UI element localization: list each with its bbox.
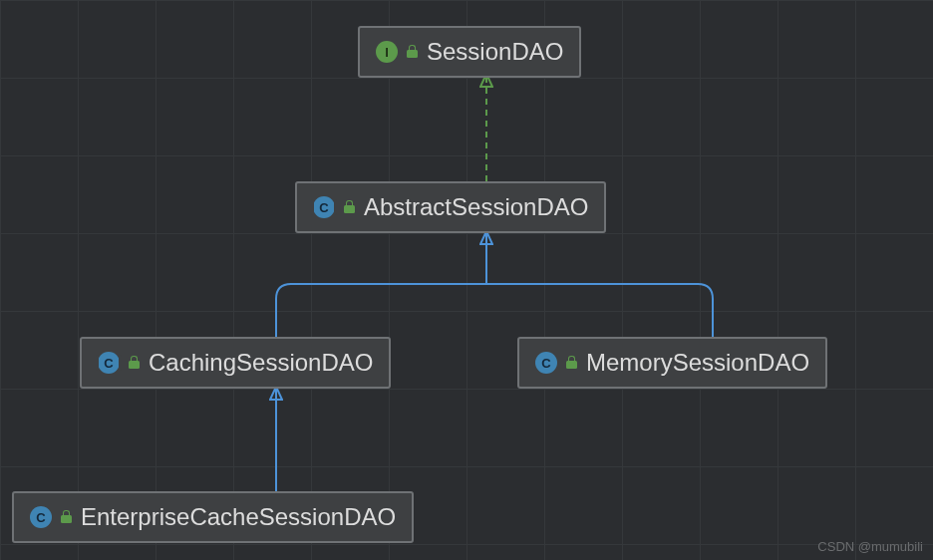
node-memory-session-dao[interactable]: C MemorySessionDAO bbox=[517, 337, 827, 389]
node-label: MemorySessionDAO bbox=[586, 349, 809, 377]
node-session-dao[interactable]: I SessionDAO bbox=[358, 26, 581, 78]
watermark: CSDN @mumubili bbox=[817, 539, 923, 554]
grid-background bbox=[0, 0, 933, 560]
lock-icon bbox=[343, 200, 356, 214]
node-caching-session-dao[interactable]: C CachingSessionDAO bbox=[80, 337, 391, 389]
abstract-class-icon: C bbox=[98, 352, 120, 374]
node-abstract-session-dao[interactable]: C AbstractSessionDAO bbox=[295, 181, 606, 233]
class-icon: C bbox=[30, 506, 52, 528]
node-label: EnterpriseCacheSessionDAO bbox=[81, 503, 396, 531]
node-enterprise-cache-session-dao[interactable]: C EnterpriseCacheSessionDAO bbox=[12, 491, 414, 543]
lock-icon bbox=[406, 45, 419, 59]
node-label: AbstractSessionDAO bbox=[364, 193, 588, 221]
node-label: SessionDAO bbox=[427, 38, 563, 66]
interface-icon: I bbox=[376, 41, 398, 63]
lock-icon bbox=[128, 356, 141, 370]
class-icon: C bbox=[535, 352, 557, 374]
node-label: CachingSessionDAO bbox=[149, 349, 373, 377]
abstract-class-icon: C bbox=[313, 196, 335, 218]
lock-icon bbox=[565, 356, 578, 370]
lock-icon bbox=[60, 510, 73, 524]
